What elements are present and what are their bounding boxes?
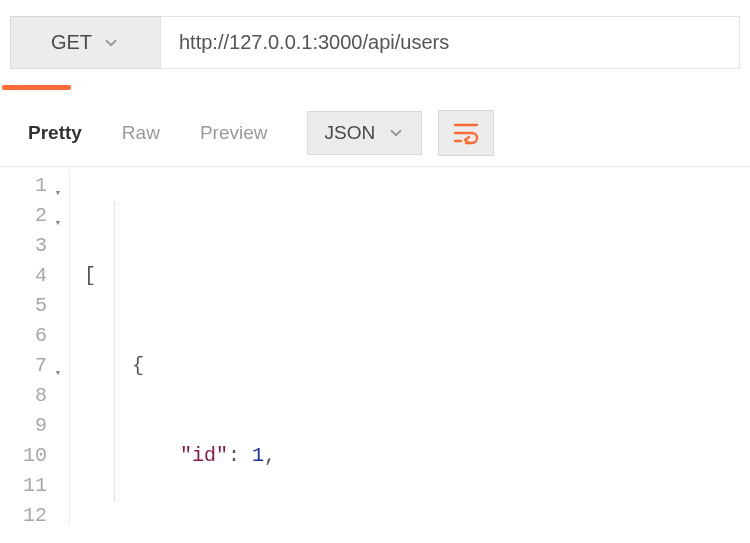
gutter-line: 7 (0, 351, 63, 381)
http-method-dropdown[interactable]: GET (10, 16, 160, 69)
format-dropdown-label: JSON (324, 122, 375, 144)
chevron-down-icon (387, 124, 405, 142)
tab-preview[interactable]: Preview (182, 112, 286, 154)
progress-indicator (2, 85, 71, 90)
gutter-line: 9 (0, 411, 63, 441)
tab-pretty[interactable]: Pretty (10, 112, 100, 154)
gutter-line: 6 (0, 321, 63, 351)
tab-raw[interactable]: Raw (104, 112, 178, 154)
code-content: [ { "id": 1, "name": "小明", "age": 18 }, … (70, 171, 750, 524)
line-gutter: 1 2 3 4 5 6 7 8 9 10 11 12 (0, 171, 70, 524)
gutter-line: 3 (0, 231, 63, 261)
gutter-line: 2 (0, 201, 63, 231)
gutter-line: 1 (0, 171, 63, 201)
wrap-icon (452, 120, 480, 146)
http-method-label: GET (51, 31, 92, 54)
gutter-line: 4 (0, 261, 63, 291)
wrap-lines-button[interactable] (438, 110, 494, 156)
gutter-line: 10 (0, 441, 63, 471)
gutter-line: 5 (0, 291, 63, 321)
gutter-line: 11 (0, 471, 63, 501)
format-dropdown[interactable]: JSON (307, 111, 422, 155)
gutter-line: 8 (0, 381, 63, 411)
response-body-viewer[interactable]: 1 2 3 4 5 6 7 8 9 10 11 12 [ { "id": 1, … (0, 167, 750, 524)
gutter-line: 12 (0, 501, 63, 524)
chevron-down-icon (102, 34, 120, 52)
request-url-input[interactable] (160, 16, 740, 69)
